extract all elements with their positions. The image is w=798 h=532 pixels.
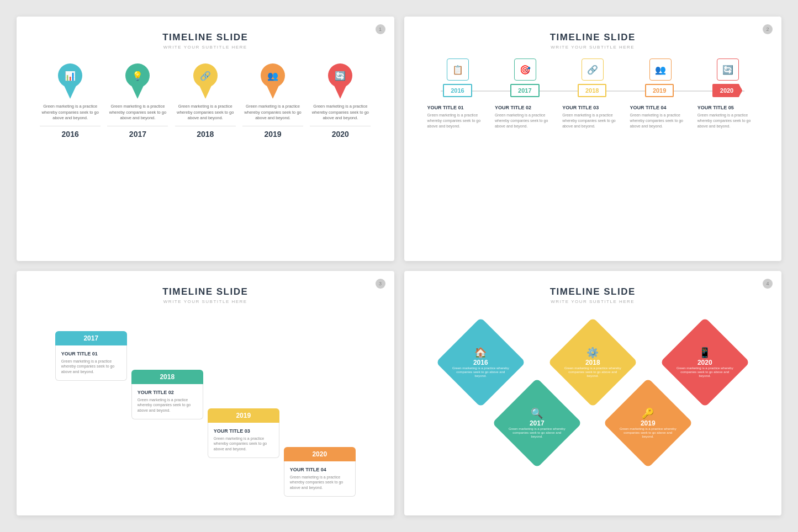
arrow-title-2: YOUR TITLE 02 [495, 105, 556, 110]
slide-2-title: TIMELINE SLIDE [550, 32, 636, 43]
year-box-3: 2018 [578, 84, 606, 97]
slide-3-title: TIMELINE SLIDE [162, 286, 248, 297]
pin-year-3: 2018 [197, 130, 214, 139]
stair-title-1: YOUR TITLE 01 [61, 351, 121, 357]
slide-3-header: TIMELINE SLIDE WRITE YOUR SUBTITLE HERE [162, 286, 248, 304]
arrow-icon-1: 📋 [447, 58, 469, 81]
pin-icon-1: 📊 [56, 64, 84, 98]
slide-2-subtitle: WRITE YOUR SUBTITLE HERE [550, 45, 636, 50]
arrow-item-1: YOUR TITLE 01 Green marketing is a pract… [427, 105, 488, 129]
pin-year-4: 2019 [264, 130, 281, 139]
slide-number-4: 4 [763, 279, 773, 289]
slide-3-subtitle: WRITE YOUR SUBTITLE HERE [162, 299, 248, 304]
pin-divider-1 [40, 126, 101, 126]
stair-body-1: YOUR TITLE 01 Green marketing is a pract… [55, 345, 127, 381]
slide-4-subtitle: WRITE YOUR SUBTITLE HERE [550, 299, 636, 304]
pin-desc-5: Green marketing is a practice whereby co… [310, 104, 371, 121]
pin-icon-4: 👥 [258, 64, 287, 98]
arrow-icon-5: 🔄 [717, 58, 739, 81]
pin-item-1: 📊 Green marketing is a practice whereby … [40, 64, 101, 139]
pin-item-4: 👥 Green marketing is a practice whereby … [242, 64, 303, 139]
stair-header-4: 2020 [284, 447, 356, 461]
slide-2: 2 TIMELINE SLIDE WRITE YOUR SUBTITLE HER… [404, 17, 782, 261]
stair-header-1: 2017 [55, 331, 127, 345]
svg-marker-7 [199, 84, 212, 99]
slide-2-header: TIMELINE SLIDE WRITE YOUR SUBTITLE HERE [550, 32, 636, 50]
arrow-desc-3: Green marketing is a practice whereby co… [562, 113, 623, 129]
arrow-icon-3: 🔗 [582, 58, 604, 81]
arrow-title-4: YOUR TITLE 04 [630, 105, 691, 110]
slide-4-title: TIMELINE SLIDE [550, 286, 636, 297]
stair-body-4: YOUR TITLE 04 Green marketing is a pract… [284, 461, 356, 497]
pin-divider-5 [310, 126, 371, 126]
arrow-item-5: YOUR TITLE 05 Green marketing is a pract… [697, 105, 758, 129]
year-box-4: 2019 [645, 84, 674, 97]
pin-year-5: 2020 [332, 130, 349, 139]
slide-1-header: TIMELINE SLIDE WRITE YOUR SUBTITLE HERE [162, 32, 248, 50]
stair-item-1: 2017 YOUR TITLE 01 Green marketing is a … [55, 331, 127, 381]
stair-item-2: 2018 YOUR TITLE 02 Green marketing is a … [131, 370, 203, 419]
arrow-item-2: YOUR TITLE 02 Green marketing is a pract… [495, 105, 556, 129]
arrow-icon-4: 👥 [649, 58, 672, 81]
stair-body-3: YOUR TITLE 03 Green marketing is a pract… [208, 423, 279, 458]
pin-item-3: 🔗 Green marketing is a practice whereby … [175, 64, 236, 139]
stair-header-3: 2019 [208, 408, 279, 423]
pin-item-5: 🔄 Green marketing is a practice whereby … [310, 64, 371, 139]
pin-desc-3: Green marketing is a practice whereby co… [175, 104, 236, 121]
svg-text:👥: 👥 [267, 71, 278, 81]
arrow-title-5: YOUR TITLE 05 [697, 105, 758, 110]
slide-number-2: 2 [763, 24, 773, 34]
stair-desc-1: Green marketing is a practice whereby co… [61, 359, 121, 375]
pin-divider-4 [242, 126, 303, 126]
year-box-2: 2017 [510, 84, 539, 97]
svg-text:💡: 💡 [132, 71, 143, 81]
stair-title-4: YOUR TITLE 04 [290, 467, 350, 472]
stair-item-3: 2019 YOUR TITLE 03 Green marketing is a … [208, 408, 279, 458]
diamond-2: 🔍 2017 Green marketing is a practice whe… [492, 378, 582, 468]
pin-desc-1: Green marketing is a practice whereby co… [40, 104, 101, 121]
arrow-desc-1: Green marketing is a practice whereby co… [427, 113, 488, 129]
svg-marker-13 [334, 84, 347, 99]
year-box-1: 2016 [443, 84, 472, 97]
slide-number-1: 1 [376, 24, 385, 34]
arrow-title-3: YOUR TITLE 03 [562, 105, 623, 110]
arrow-item-3: YOUR TITLE 03 Green marketing is a pract… [562, 105, 623, 129]
arrow-desc-4: Green marketing is a practice whereby co… [630, 113, 691, 129]
pin-year-2: 2017 [129, 130, 146, 139]
arrow-title-1: YOUR TITLE 01 [427, 105, 488, 110]
svg-text:🔄: 🔄 [335, 71, 346, 81]
arrow-timeline: 📋 🎯 🔗 👥 🔄 2016 2017 2018 2019 2020 [424, 58, 762, 129]
svg-text:📊: 📊 [65, 71, 76, 81]
pin-desc-4: Green marketing is a practice whereby co… [242, 104, 303, 121]
pin-icon-2: 💡 [123, 64, 152, 98]
stair-body-2: YOUR TITLE 02 Green marketing is a pract… [131, 384, 203, 419]
slide-1-title: TIMELINE SLIDE [162, 32, 248, 43]
pin-icon-5: 🔄 [326, 64, 355, 98]
arrow-desc-5: Green marketing is a practice whereby co… [697, 113, 758, 129]
stair-desc-4: Green marketing is a practice whereby co… [290, 475, 350, 491]
arrow-desc-2: Green marketing is a practice whereby co… [495, 113, 556, 129]
svg-marker-4 [131, 84, 144, 99]
pin-year-1: 2016 [62, 130, 79, 139]
pin-icon-3: 🔗 [191, 64, 220, 98]
svg-marker-1 [64, 84, 77, 99]
slide-4-header: TIMELINE SLIDE WRITE YOUR SUBTITLE HERE [550, 286, 636, 304]
pins-container: 📊 Green marketing is a practice whereby … [36, 58, 374, 144]
stair-item-4: 2020 YOUR TITLE 04 Green marketing is a … [284, 447, 356, 497]
diamond-4: 🔑 2019 Green marketing is a practice whe… [603, 378, 693, 468]
stair-title-2: YOUR TITLE 02 [138, 390, 197, 395]
pin-divider-3 [175, 126, 236, 126]
slide-3: 3 TIMELINE SLIDE WRITE YOUR SUBTITLE HER… [17, 271, 394, 515]
stair-desc-2: Green marketing is a practice whereby co… [138, 397, 197, 413]
svg-text:🔗: 🔗 [200, 71, 211, 81]
stair-desc-3: Green marketing is a practice whereby co… [214, 436, 273, 452]
slide-number-3: 3 [376, 279, 385, 289]
stair-title-3: YOUR TITLE 03 [214, 428, 273, 434]
arrow-item-4: YOUR TITLE 04 Green marketing is a pract… [630, 105, 691, 129]
slide-1-subtitle: WRITE YOUR SUBTITLE HERE [162, 45, 248, 50]
pin-desc-2: Green marketing is a practice whereby co… [107, 104, 168, 121]
svg-marker-10 [266, 84, 279, 99]
slide-1: 1 TIMELINE SLIDE WRITE YOUR SUBTITLE HER… [17, 17, 394, 261]
slide-4: 4 TIMELINE SLIDE WRITE YOUR SUBTITLE HER… [404, 271, 782, 515]
year-box-5: 2020 [712, 84, 742, 97]
